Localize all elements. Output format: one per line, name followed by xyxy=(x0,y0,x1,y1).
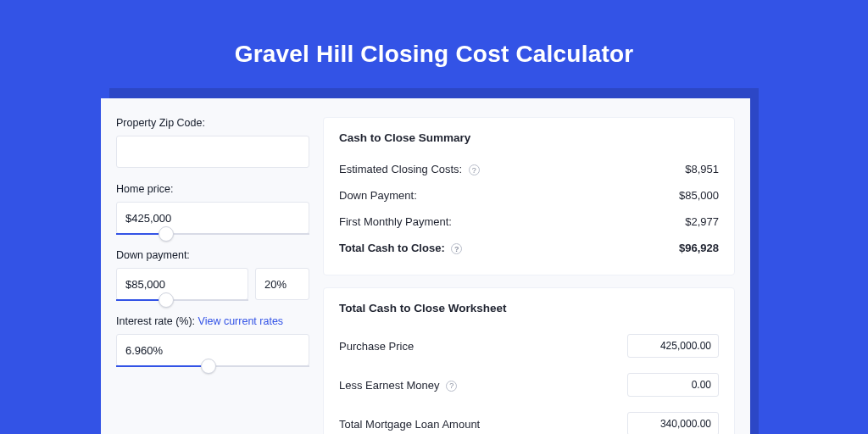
summary-value: $8,951 xyxy=(685,163,719,175)
view-rates-link[interactable]: View current rates xyxy=(198,315,284,327)
home-price-slider-thumb[interactable] xyxy=(159,226,174,242)
zip-label: Property Zip Code: xyxy=(116,117,309,129)
worksheet-row-earnest-money: Less Earnest Money ? xyxy=(339,365,719,404)
zip-field: Property Zip Code: xyxy=(116,117,309,168)
home-price-slider-wrap xyxy=(116,202,309,234)
worksheet-input-mortgage-amount[interactable] xyxy=(627,412,719,434)
interest-rate-label-row: Interest rate (%): View current rates xyxy=(116,315,309,327)
summary-label-text: Total Cash to Close: xyxy=(339,242,445,254)
help-icon[interactable]: ? xyxy=(451,243,462,254)
down-payment-label: Down payment: xyxy=(116,249,309,261)
summary-value: $96,928 xyxy=(679,242,719,254)
worksheet-label: Total Mortgage Loan Amount xyxy=(339,418,480,431)
worksheet-label-text: Less Earnest Money xyxy=(339,379,440,392)
worksheet-row-mortgage-amount: Total Mortgage Loan Amount xyxy=(339,404,719,434)
summary-label: Estimated Closing Costs: ? xyxy=(339,163,480,175)
help-icon[interactable]: ? xyxy=(469,164,480,175)
home-price-label: Home price: xyxy=(116,183,309,195)
summary-heading: Cash to Close Summary xyxy=(339,131,719,144)
zip-input[interactable] xyxy=(116,136,309,168)
inputs-column: Property Zip Code: Home price: Down paym… xyxy=(116,117,309,434)
worksheet-input-earnest-money[interactable] xyxy=(627,373,719,397)
summary-row-closing-costs: Estimated Closing Costs: ? $8,951 xyxy=(339,156,719,182)
summary-row-down-payment: Down Payment: $85,000 xyxy=(339,182,719,209)
down-payment-amount-wrap xyxy=(116,268,248,300)
summary-row-total-cash: Total Cash to Close: ? $96,928 xyxy=(339,235,719,261)
worksheet-heading: Total Cash to Close Worksheet xyxy=(339,302,719,314)
calculator-panel: Property Zip Code: Home price: Down paym… xyxy=(101,98,750,434)
summary-card: Cash to Close Summary Estimated Closing … xyxy=(323,117,735,275)
interest-rate-slider-fill xyxy=(116,365,209,367)
summary-label: Total Cash to Close: ? xyxy=(339,242,462,254)
summary-label: First Monthly Payment: xyxy=(339,215,452,228)
results-column: Cash to Close Summary Estimated Closing … xyxy=(323,117,735,434)
down-payment-pct-input[interactable] xyxy=(255,268,309,300)
home-price-field: Home price: xyxy=(116,183,309,234)
worksheet-row-purchase-price: Purchase Price xyxy=(339,326,719,365)
down-payment-slider-thumb[interactable] xyxy=(159,292,174,308)
summary-value: $85,000 xyxy=(679,189,719,202)
page-title: Gravel Hill Closing Cost Calculator xyxy=(0,0,868,88)
summary-label: Down Payment: xyxy=(339,189,417,202)
worksheet-label: Purchase Price xyxy=(339,340,414,353)
summary-row-first-monthly: First Monthly Payment: $2,977 xyxy=(339,209,719,235)
worksheet-card: Total Cash to Close Worksheet Purchase P… xyxy=(323,287,735,434)
interest-rate-field: Interest rate (%): View current rates xyxy=(116,315,309,366)
summary-label-text: Estimated Closing Costs: xyxy=(339,163,462,175)
interest-rate-slider-thumb[interactable] xyxy=(201,359,216,374)
down-payment-field: Down payment: xyxy=(116,249,309,300)
summary-value: $2,977 xyxy=(685,215,719,228)
panel-shadow: Property Zip Code: Home price: Down paym… xyxy=(109,88,759,434)
home-price-input[interactable] xyxy=(116,202,309,234)
interest-rate-slider-wrap xyxy=(116,334,309,366)
down-payment-amount-input[interactable] xyxy=(116,268,248,300)
worksheet-label: Less Earnest Money ? xyxy=(339,379,457,392)
help-icon[interactable]: ? xyxy=(446,381,457,392)
interest-rate-label: Interest rate (%): xyxy=(116,315,195,327)
worksheet-input-purchase-price[interactable] xyxy=(627,334,719,358)
